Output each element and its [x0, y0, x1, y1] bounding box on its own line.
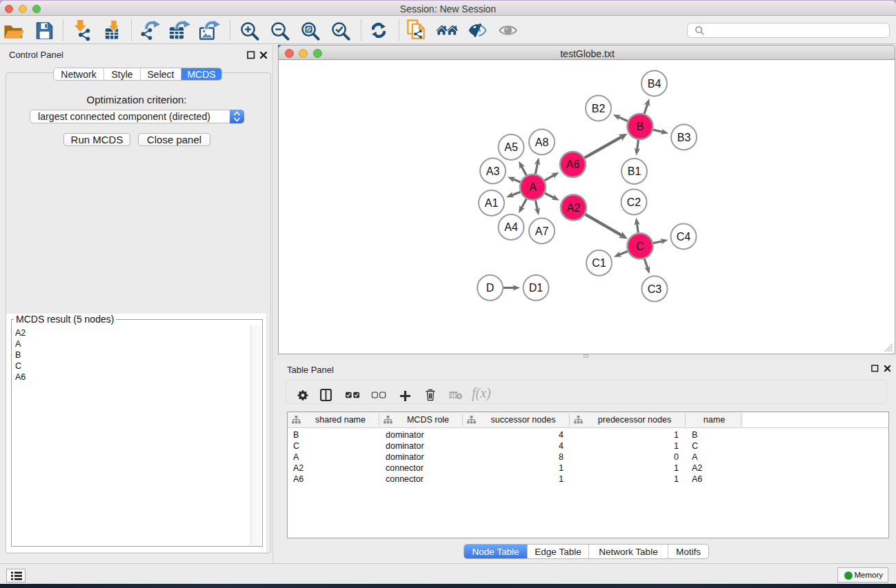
svg-text:C2: C2: [627, 196, 641, 208]
svg-text:B: B: [637, 121, 644, 132]
svg-text:B4: B4: [648, 78, 661, 90]
svg-text:A1: A1: [485, 197, 499, 209]
svg-text:A: A: [529, 181, 537, 193]
svg-text:B3: B3: [677, 132, 691, 143]
svg-text:A4: A4: [504, 221, 518, 233]
svg-text:A6: A6: [566, 159, 580, 170]
svg-text:A3: A3: [486, 165, 500, 177]
svg-text:C4: C4: [677, 231, 691, 243]
svg-text:A2: A2: [567, 202, 581, 214]
svg-text:C3: C3: [648, 283, 662, 295]
svg-text:B1: B1: [628, 165, 641, 177]
svg-text:D1: D1: [529, 282, 544, 294]
svg-text:A5: A5: [504, 141, 518, 153]
svg-text:A8: A8: [535, 136, 549, 148]
svg-text:D: D: [486, 282, 495, 294]
svg-text:C: C: [636, 241, 644, 252]
svg-text:A7: A7: [535, 225, 549, 237]
svg-text:B2: B2: [592, 103, 606, 114]
svg-text:C1: C1: [592, 257, 606, 269]
